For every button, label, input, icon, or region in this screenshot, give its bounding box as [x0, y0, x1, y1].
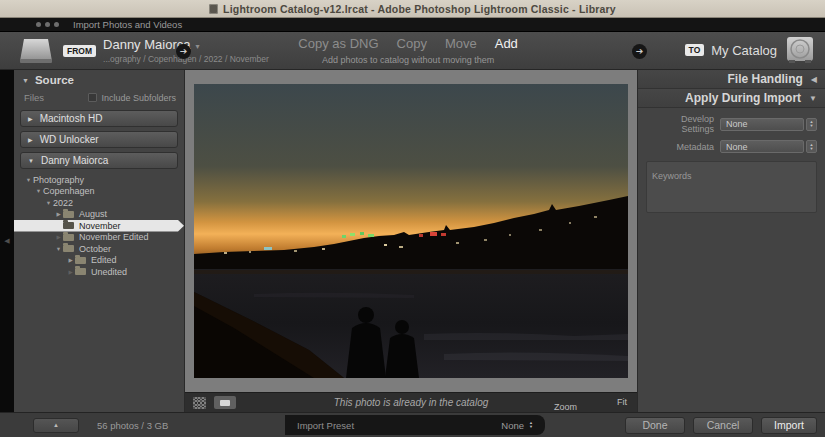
lightroom-document-icon	[209, 4, 218, 14]
chevron-right-icon: ▶	[28, 136, 33, 143]
import-header: FROM Danny Maiorca▾ ...ography / Copenha…	[0, 32, 825, 70]
import-methods: Copy as DNG Copy Move Add Add photos to …	[298, 36, 518, 65]
grid-view-icon[interactable]	[193, 397, 206, 409]
import-button[interactable]: Import	[761, 417, 817, 434]
status-message: This photo is already in the catalog	[334, 397, 489, 408]
collapse-left-icon: ◀	[4, 237, 9, 245]
destination-group[interactable]: TO My Catalog	[678, 36, 815, 64]
zoom-window-icon[interactable]	[54, 22, 59, 27]
volume-wd-unlocker[interactable]: ▶ WD Unlocker	[20, 131, 178, 148]
to-badge: TO	[685, 44, 705, 56]
preview-panel: This photo is already in the catalog Zoo…	[185, 70, 637, 412]
volume-danny-maiorca[interactable]: ▼ Danny Maiorca	[20, 152, 178, 169]
tree-row-november-selected[interactable]: November	[14, 220, 184, 232]
title-bar: Lightroom Catalog-v12.lrcat - Adobe Phot…	[0, 0, 825, 18]
minimize-window-icon[interactable]	[45, 22, 50, 27]
filmstrip-toggle-button[interactable]: ▲	[33, 418, 79, 433]
include-subfolders-label: Include Subfolders	[101, 93, 176, 103]
folder-icon	[63, 234, 74, 241]
tree-row-copenhagen[interactable]: ▼ Copenhagen	[14, 186, 184, 198]
chevron-down-icon: ▾	[195, 42, 199, 51]
dropdown-arrows-icon[interactable]: ▲▼	[806, 140, 817, 153]
chevron-down-icon: ▼	[28, 158, 34, 164]
expander-icon[interactable]: ▼	[34, 188, 43, 194]
folder-icon	[63, 211, 74, 218]
expander-icon[interactable]: ▶	[66, 257, 75, 263]
window-title: Lightroom Catalog-v12.lrcat - Adobe Phot…	[223, 3, 616, 15]
metadata-label: Metadata	[646, 142, 720, 152]
source-panel: ▼ Source Files Include Subfolders ▶ Maci…	[14, 70, 185, 412]
expander-icon[interactable]: ▶	[54, 211, 63, 217]
expander-icon[interactable]: ▶	[54, 234, 63, 240]
develop-settings-dropdown[interactable]: None	[720, 118, 804, 131]
method-move[interactable]: Move	[445, 36, 477, 51]
hard-drive-icon	[16, 37, 56, 65]
chevron-up-icon: ▲	[53, 422, 59, 428]
expander-icon[interactable]: ▼	[54, 246, 63, 252]
right-panel: File Handling ◀ Apply During Import ▼ De…	[637, 70, 825, 412]
method-add[interactable]: Add	[495, 36, 518, 51]
folder-icon	[75, 268, 86, 275]
source-group[interactable]: FROM Danny Maiorca▾ ...ography / Copenha…	[16, 37, 269, 65]
source-panel-title: Source	[35, 74, 74, 86]
tree-row-august[interactable]: ▶ August	[14, 209, 184, 221]
import-preset-bar[interactable]: Import Preset None ▲▼	[285, 415, 545, 435]
destination-name: My Catalog	[711, 43, 777, 58]
method-description: Add photos to catalog without moving the…	[298, 55, 518, 65]
photo-count: 56 photos / 3 GB	[97, 420, 168, 431]
close-window-icon[interactable]	[36, 22, 41, 27]
photo-preview[interactable]	[194, 84, 628, 378]
left-panel-collapse-strip[interactable]: ◀	[0, 70, 14, 412]
chevron-right-icon: ▶	[28, 115, 33, 122]
expander-icon[interactable]: ▶	[66, 269, 75, 275]
folder-tree: ▼ Photography ▼ Copenhagen ▼ 2022 ▶ Augu…	[14, 174, 184, 278]
expander-icon[interactable]: ▼	[44, 200, 53, 206]
files-label: Files	[24, 92, 88, 103]
fit-button[interactable]: Fit	[617, 397, 627, 407]
dropdown-arrows-icon[interactable]: ▲▼	[806, 118, 817, 131]
loupe-view-icon	[220, 400, 230, 406]
import-preset-label: Import Preset	[297, 420, 501, 431]
folder-icon	[75, 257, 86, 264]
folder-icon	[63, 222, 74, 229]
develop-settings-label: Develop Settings	[646, 114, 720, 134]
tree-row-unedited[interactable]: ▶ Unedited	[14, 266, 184, 278]
chevron-down-icon: ▼	[809, 94, 817, 103]
metadata-dropdown[interactable]: None	[720, 140, 804, 153]
method-copy[interactable]: Copy	[397, 36, 427, 51]
source-panel-header[interactable]: ▼ Source	[14, 70, 184, 89]
zoom-label: Zoom	[554, 402, 577, 412]
source-nav-arrow-button[interactable]: ➔	[176, 44, 191, 59]
tree-row-edited[interactable]: ▶ Edited	[14, 255, 184, 267]
tree-row-photography[interactable]: ▼ Photography	[14, 174, 184, 186]
expander-icon[interactable]: ▼	[24, 177, 33, 183]
keywords-label: Keywords	[652, 171, 692, 181]
loupe-view-button[interactable]	[214, 396, 236, 409]
file-handling-header[interactable]: File Handling ◀	[638, 70, 825, 89]
preview-area	[185, 70, 637, 392]
folder-icon	[63, 245, 74, 252]
preview-toolbar: This photo is already in the catalog Zoo…	[185, 392, 637, 412]
volume-macintosh-hd[interactable]: ▶ Macintosh HD	[20, 110, 178, 127]
destination-nav-arrow-button[interactable]: ➔	[632, 44, 647, 59]
from-badge: FROM	[63, 45, 96, 57]
chevron-left-icon: ◀	[811, 75, 817, 84]
import-preset-value[interactable]: None ▲▼	[501, 419, 533, 432]
method-copy-as-dng[interactable]: Copy as DNG	[298, 36, 378, 51]
keywords-field[interactable]: Keywords	[646, 161, 817, 213]
tree-row-2022[interactable]: ▼ 2022	[14, 197, 184, 209]
include-subfolders-checkbox[interactable]	[88, 93, 97, 102]
tree-row-october[interactable]: ▼ October	[14, 243, 184, 255]
tree-row-november-edited[interactable]: ▶ November Edited	[14, 232, 184, 244]
dialog-title-bar: Import Photos and Videos	[0, 18, 825, 32]
dropdown-arrows-icon: ▲▼	[529, 419, 533, 432]
footer-bar: ▲ 56 photos / 3 GB Import Preset None ▲▼…	[0, 412, 825, 437]
apply-during-import-header[interactable]: Apply During Import ▼	[638, 89, 825, 108]
dialog-title: Import Photos and Videos	[73, 19, 182, 30]
chevron-down-icon: ▼	[22, 77, 29, 84]
cancel-button[interactable]: Cancel	[693, 417, 753, 434]
catalog-disk-icon	[785, 36, 815, 64]
done-button[interactable]: Done	[625, 417, 685, 434]
